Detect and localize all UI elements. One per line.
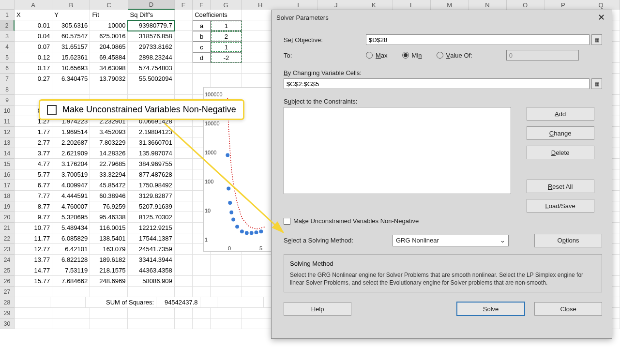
cell-E2[interactable] (175, 20, 193, 31)
cell-A18[interactable]: 7.77 (15, 191, 52, 201)
cell-B17[interactable]: 4.009947 (52, 180, 90, 191)
cell-B23[interactable]: 6.42101 (52, 244, 90, 255)
cell-E20[interactable] (175, 212, 193, 223)
cell-G25[interactable] (211, 265, 242, 276)
row-header[interactable]: 25 (0, 265, 15, 276)
add-button[interactable]: Add (527, 107, 594, 121)
cell-D16[interactable]: 877.487628 (128, 169, 174, 180)
cell-D17[interactable]: 1750.98492 (128, 180, 174, 191)
row-header[interactable]: 18 (0, 191, 15, 201)
cell-D26[interactable]: 58086.909 (128, 276, 174, 287)
cell-A8[interactable] (15, 84, 52, 95)
cell-F4[interactable]: c (193, 42, 211, 52)
cell-D6[interactable]: 574.754803 (128, 63, 174, 74)
cell-A20[interactable]: 9.77 (15, 212, 52, 223)
cell-E19[interactable] (175, 201, 193, 212)
cell-A30[interactable] (15, 318, 52, 329)
cell-E26[interactable] (175, 276, 193, 287)
row-header[interactable]: 1 (0, 10, 15, 20)
col-header-C[interactable]: C (90, 0, 128, 10)
cell-B19[interactable]: 4.760007 (52, 201, 90, 212)
cell-D27[interactable] (128, 287, 174, 297)
cell-D22[interactable]: 17544.1387 (128, 233, 174, 244)
cell-B20[interactable]: 5.320695 (52, 212, 90, 223)
col-header-B[interactable]: B (52, 0, 90, 10)
cell-E29[interactable] (175, 308, 193, 318)
cell-B25[interactable]: 7.53119 (52, 265, 90, 276)
cell-E13[interactable] (175, 137, 193, 148)
cell-F6[interactable] (193, 63, 211, 74)
close-icon[interactable]: ✕ (595, 12, 607, 23)
cell-C24[interactable]: 189.6182 (90, 255, 128, 265)
cell-B22[interactable]: 6.085829 (52, 233, 90, 244)
row-header[interactable]: 13 (0, 137, 15, 148)
cell-D8[interactable] (128, 84, 174, 95)
cell-C2[interactable]: 10000 (90, 20, 128, 31)
cell-E1[interactable] (175, 10, 193, 20)
change-button[interactable]: Change (527, 126, 594, 140)
cell-B8[interactable] (52, 84, 90, 95)
select-all-corner[interactable] (0, 0, 15, 9)
cell-F5[interactable]: d (193, 52, 211, 63)
cell-A2[interactable]: 0.01 (15, 20, 52, 31)
ref-selector-icon[interactable]: ▦ (591, 34, 602, 45)
row-header[interactable]: 28 (0, 297, 15, 308)
col-header-F[interactable]: F (193, 0, 211, 10)
cell-B6[interactable]: 10.65693 (52, 63, 90, 74)
cell-D19[interactable]: 5207.91639 (128, 201, 174, 212)
cell-A16[interactable]: 5.77 (15, 169, 52, 180)
cell-F2[interactable]: a (193, 20, 211, 31)
row-header[interactable]: 7 (0, 74, 15, 84)
col-header-N[interactable]: N (469, 0, 506, 10)
cell-C21[interactable]: 116.0015 (90, 223, 128, 233)
set-objective-input[interactable] (366, 34, 590, 45)
cell-A7[interactable]: 0.27 (15, 74, 52, 84)
dialog-titlebar[interactable]: Solver Parameters ✕ (272, 10, 612, 25)
cell-D14[interactable]: 135.987074 (128, 148, 174, 159)
cell-A29[interactable] (15, 308, 52, 318)
cell-B18[interactable]: 4.444591 (52, 191, 90, 201)
cell-B1[interactable]: Y (52, 10, 90, 20)
cell-C20[interactable]: 95.46338 (90, 212, 128, 223)
cell-B7[interactable]: 6.340475 (52, 74, 90, 84)
cell-A1[interactable]: X (15, 10, 52, 20)
cell-C5[interactable]: 69.45884 (90, 52, 128, 63)
cell-F26[interactable] (193, 276, 211, 287)
cell-D25[interactable]: 44363.4358 (128, 265, 174, 276)
cell-E4[interactable] (175, 42, 193, 52)
cell-D1[interactable]: Sq Diff's (128, 10, 175, 20)
cell-A23[interactable]: 12.77 (15, 244, 52, 255)
col-header-G[interactable]: G (211, 0, 242, 10)
cell-D24[interactable]: 33414.3944 (128, 255, 174, 265)
row-header[interactable]: 22 (0, 233, 15, 244)
cell-E30[interactable] (175, 318, 193, 329)
cell-A15[interactable]: 4.77 (15, 159, 52, 169)
cell-E23[interactable] (175, 244, 193, 255)
radio-min[interactable]: Min (402, 52, 422, 59)
cell-A4[interactable]: 0.07 (15, 42, 52, 52)
row-header[interactable]: 12 (0, 127, 15, 137)
cell-A6[interactable]: 0.17 (15, 63, 52, 74)
row-header[interactable]: 21 (0, 223, 15, 233)
cell-C16[interactable]: 33.32294 (90, 169, 128, 180)
cell-E8[interactable] (175, 84, 193, 95)
cell-E22[interactable] (175, 233, 193, 244)
solving-method-select[interactable]: GRG Nonlinear ⌄ (393, 235, 509, 246)
cell-E3[interactable] (175, 31, 193, 42)
cell-C1[interactable]: Fit (90, 10, 128, 20)
cell-C28[interactable]: SUM of Squares: (86, 297, 156, 308)
cell-C13[interactable]: 7.803229 (90, 137, 128, 148)
cell-G7[interactable] (211, 74, 242, 84)
ref-selector-icon[interactable]: ▦ (591, 78, 602, 89)
cell-E25[interactable] (175, 265, 193, 276)
constraints-list[interactable] (284, 107, 511, 194)
cell-B21[interactable]: 5.489434 (52, 223, 90, 233)
cell-A21[interactable]: 10.77 (15, 223, 52, 233)
cell-D18[interactable]: 3129.82877 (128, 191, 174, 201)
cell-G26[interactable] (211, 276, 242, 287)
cell-B30[interactable] (52, 318, 90, 329)
cell-C8[interactable] (90, 84, 128, 95)
cell-E15[interactable] (175, 159, 193, 169)
cell-G29[interactable] (211, 308, 242, 318)
cell-C29[interactable] (90, 308, 128, 318)
